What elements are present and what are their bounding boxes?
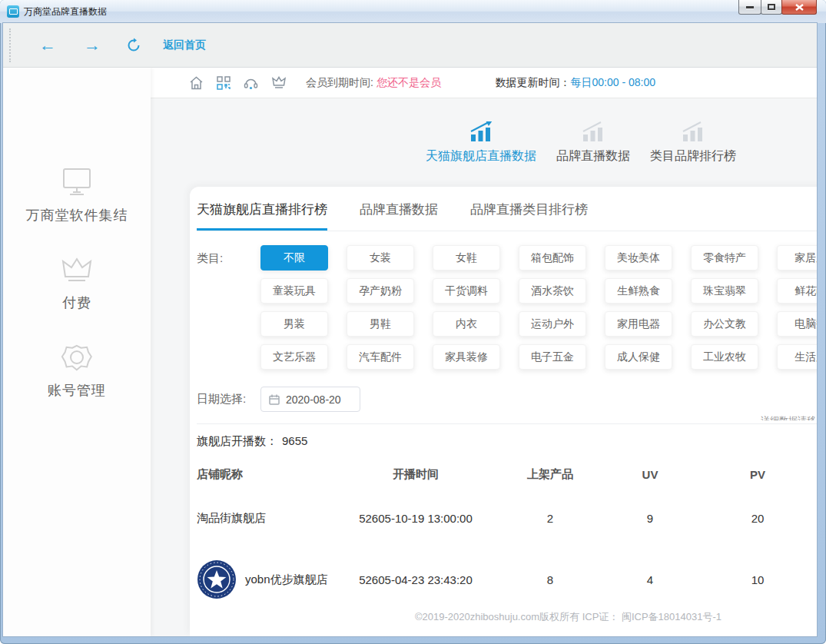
category-button[interactable]: 家居床 [777,245,817,271]
category-button[interactable]: 运动户外 [519,311,586,337]
nav-brand-live-data[interactable]: 品牌直播数据 [556,121,630,164]
data-panel: 天猫旗舰店直播排行榜 品牌直播数据 品牌直播类目排行榜 类目: 不限 女装 女鞋… [190,187,817,636]
broadcast-time: 52605-10-19 13:00:00 [343,512,489,525]
sidebar-item-label: 付费 [62,294,91,312]
home-icon[interactable] [189,76,204,90]
uv-value: 9 [612,512,688,525]
qrcode-icon[interactable] [217,76,231,90]
category-button[interactable]: 零食特产 [691,245,758,271]
nav-category-brand-ranking[interactable]: 类目品牌排行榜 [650,121,736,164]
category-button[interactable]: 生鲜熟食 [605,278,672,304]
date-input[interactable]: 2020-08-20 [260,387,360,412]
date-value: 2020-08-20 [286,393,341,406]
copyright-footer: ©2019-2020zhiboshuju.com版权所有 ICP证： 闽ICP备… [197,610,817,629]
category-label: 类目: [197,245,260,370]
app-icon [7,5,19,18]
calendar-icon [269,394,280,405]
headset-icon[interactable] [244,76,258,90]
category-button[interactable]: 生活服 [777,344,817,370]
close-button[interactable] [781,0,817,15]
shop-name: yobn优步旗舰店 [245,573,328,587]
products-count: 8 [489,573,612,586]
col-header-uv: UV [612,468,688,481]
category-button[interactable]: 成人保健 [605,344,672,370]
maximize-icon [768,4,775,10]
minimize-button[interactable] [738,0,761,15]
return-home-link[interactable]: 返回首页 [163,38,206,52]
category-button[interactable]: 男装 [260,311,328,337]
category-button[interactable]: 酒水茶饮 [519,278,586,304]
gear-icon [60,343,94,373]
category-button[interactable]: 女鞋 [433,245,500,271]
crown-icon [59,255,95,286]
count-value: 9655 [282,434,307,447]
window-title: 万商堂品牌直播数据 [24,5,107,18]
bar-chart-arrow-icon [582,121,605,142]
main-content: 会员到期时间: 您还不是会员 数据更新时间：每日00:00 - 08:00 [151,68,817,636]
title-bar[interactable]: 万商堂品牌直播数据 [0,0,826,23]
category-button[interactable]: 内衣 [433,311,500,337]
category-button[interactable]: 女装 [347,245,414,271]
count-label: 旗舰店开播数： [197,434,277,447]
category-button[interactable]: 汽车配件 [347,344,414,370]
category-button[interactable]: 文艺乐器 [260,344,328,370]
category-button[interactable]: 电子五金 [519,344,586,370]
nav-label: 类目品牌排行榜 [650,148,736,164]
category-button[interactable]: 家用电器 [605,311,672,337]
back-button[interactable]: ← [37,37,58,54]
category-button[interactable]: 电脑数 [777,311,817,337]
shop-name: 淘品街旗舰店 [197,511,266,526]
broadcast-count: 旗舰店开播数：9655 [197,434,817,449]
category-button[interactable]: 箱包配饰 [519,245,586,271]
tab-brand-live-data[interactable]: 品牌直播数据 [360,201,438,231]
sidebar-item-account[interactable]: 账号管理 [48,343,106,400]
section-divider [197,423,817,424]
forward-button[interactable]: → [81,37,103,54]
panel-tabs: 天猫旗舰店直播排行榜 品牌直播数据 品牌直播类目排行榜 [197,201,817,231]
membership-value: 您还不是会员 [377,76,441,90]
category-button[interactable]: 办公文教 [691,311,758,337]
category-button[interactable]: 干货调料 [433,278,500,304]
membership-label: 会员到期时间: [306,76,373,90]
pv-value: 10 [688,573,817,586]
crown-icon[interactable] [271,76,287,89]
category-button[interactable]: 不限 [260,245,328,271]
nav-label: 品牌直播数据 [556,148,630,164]
tab-tmall-flagship-ranking[interactable]: 天猫旗舰店直播排行榜 [197,201,327,231]
sidebar-item-label: 万商堂软件集结 [26,206,128,224]
category-button[interactable]: 童装玩具 [260,278,328,304]
pv-value: 20 [688,512,817,525]
sidebar-item-label: 账号管理 [48,381,106,400]
category-button[interactable]: 孕产奶粉 [347,278,414,304]
sidebar-item-software-hub[interactable]: 万商堂软件集结 [26,166,128,224]
ranking-table: 店铺昵称 开播时间 上架产品 UV PV 淘品街旗舰店 52605-10-19 … [197,461,817,610]
category-button[interactable]: 工业农牧 [691,344,758,370]
tab-brand-category-ranking[interactable]: 品牌直播类目排行榜 [470,201,588,231]
col-header-products: 上架产品 [489,467,612,482]
update-time-label: 数据更新时间： [495,76,570,88]
category-button[interactable]: 男鞋 [347,311,414,337]
category-button[interactable]: 鲜花萌 [777,278,817,304]
sidebar: 万商堂软件集结 付费 账号管理 [3,68,151,636]
top-nav: 天猫旗舰店直播数据 品牌直播数据 [151,98,817,187]
category-button[interactable]: 珠宝翡翠 [691,278,758,304]
table-row: 淘品街旗舰店 52605-10-19 13:00:00 2 9 20 [197,487,817,549]
sidebar-item-payment[interactable]: 付费 [59,255,95,312]
table-row: yobn优步旗舰店 52605-04-23 23:43:20 8 4 10 [197,549,817,610]
app-window: 万商堂品牌直播数据 ← → 返回首页 [0,0,826,644]
refresh-button[interactable] [126,38,141,53]
products-count: 2 [489,512,612,525]
update-time-value: 每日00:00 - 08:00 [570,76,655,88]
monitor-icon [59,166,95,198]
minimize-icon [746,6,754,8]
bar-chart-arrow-icon [682,121,705,142]
category-button[interactable]: 美妆美体 [605,245,672,271]
nav-tmall-flagship-data[interactable]: 天猫旗舰店直播数据 [426,121,536,164]
date-filter: 日期选择: 2020-08-20 [197,387,817,412]
bar-chart-arrow-icon [469,121,493,142]
category-button[interactable]: 家具装修 [433,344,500,370]
maximize-button[interactable] [761,0,782,15]
toolbar-gripper[interactable] [9,28,11,62]
category-grid: 不限 女装 女鞋 箱包配饰 美妆美体 零食特产 家居床 童装玩具 孕产奶粉 干货… [260,245,817,370]
detail-note: 详细数据请移 [197,414,816,420]
